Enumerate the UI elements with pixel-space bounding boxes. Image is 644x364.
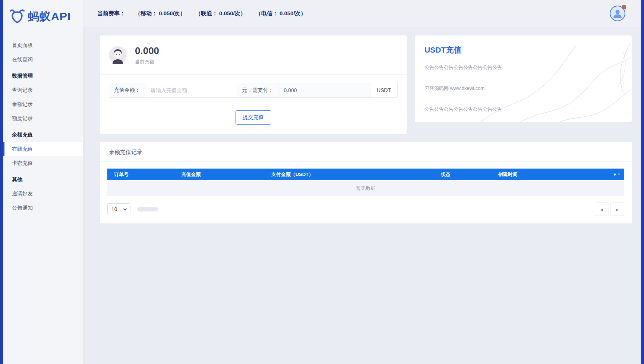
pay-label: 元，需支付： xyxy=(237,83,278,97)
brand-name: 蚂蚁API xyxy=(28,9,71,24)
rate-item-1: （联通： 0.050/次） xyxy=(195,10,246,17)
rate-info: 当前费率： （移动： 0.050/次）（联通： 0.050/次）（电信： 0.0… xyxy=(97,10,306,17)
sidebar-section-9: 其他 xyxy=(3,172,83,186)
notification-dot xyxy=(622,5,626,9)
prev-page-button[interactable]: « xyxy=(595,203,609,216)
table-header-row: 订单号充值金额支付金额（USDT）状态创建时间▼▲ xyxy=(107,169,624,180)
sidebar-item-7[interactable]: 在线充值 xyxy=(3,142,83,156)
notice-line: 刀客源码网 www.dkewl.com xyxy=(424,85,622,92)
triangle-up-icon: ▲ xyxy=(617,172,621,175)
sidebar-item-1[interactable]: 在线查询 xyxy=(3,52,83,66)
sidebar-item-0[interactable]: 首页面板 xyxy=(3,38,83,52)
sidebar-item-3[interactable]: 查询记录 xyxy=(3,83,83,97)
user-silhouette-icon xyxy=(612,8,623,19)
column-header-1: 充值金额 xyxy=(181,171,271,178)
rate-item-2: （电信： 0.050/次） xyxy=(256,10,306,17)
rate-label: 当前费率： xyxy=(97,10,125,17)
topbar: 当前费率： （移动： 0.050/次）（联通： 0.050/次）（电信： 0.0… xyxy=(83,0,641,27)
column-header-3: 状态 xyxy=(441,171,498,178)
usdt-notice-card: USDT充值 公告公告公告公告公告公告公告公告 刀客源码网 www.dkewl.… xyxy=(415,35,632,122)
balance-label: 当前余额 xyxy=(135,59,159,65)
balance-amount: 0.000 xyxy=(135,45,159,57)
notice-title: USDT充值 xyxy=(424,45,622,55)
triangle-down-icon: ▼ xyxy=(613,172,617,177)
sidebar-nav: 首页面板在线查询数据管理查询记录余额记录额度记录余额充值在线充值卡密充值其他邀请… xyxy=(3,33,83,215)
page-size-value: 10 xyxy=(111,206,117,212)
records-card: 余额充值记录 订单号充值金额支付金额（USDT）状态创建时间▼▲ 暂无数据 10… xyxy=(100,142,632,223)
recharge-form-row: 充值金额： 元，需支付： 0.000 USDT xyxy=(109,83,398,98)
column-header-4: 创建时间 xyxy=(498,171,613,178)
submit-row: 提交充值 xyxy=(100,110,407,125)
cartoon-avatar-icon xyxy=(109,46,127,64)
column-header-0: 订单号 xyxy=(107,171,181,178)
sort-filter-icon[interactable]: ▼▲ xyxy=(613,172,624,177)
submit-recharge-button[interactable]: 提交充值 xyxy=(236,110,271,125)
balance-card: 0.000 当前余额 充值金额： 元，需支付： 0.000 USDT 提交充值 xyxy=(100,35,407,134)
content-area: 0.000 当前余额 充值金额： 元，需支付： 0.000 USDT 提交充值 … xyxy=(83,27,641,364)
sidebar-section-2: 数据管理 xyxy=(3,69,83,83)
sidebar-item-4[interactable]: 余额记录 xyxy=(3,97,83,111)
pay-amount-value: 0.000 xyxy=(278,83,370,97)
page-size-select[interactable]: 10 xyxy=(107,203,130,215)
right-edge-strip xyxy=(641,0,644,364)
empty-data-row: 暂无数据 xyxy=(107,181,624,196)
records-table: 订单号充值金额支付金额（USDT）状态创建时间▼▲ 暂无数据 xyxy=(107,169,624,196)
ant-logo-icon xyxy=(9,8,25,25)
balance-header: 0.000 当前余额 xyxy=(100,35,407,75)
sidebar-item-8[interactable]: 卡密充值 xyxy=(3,156,83,170)
left-edge-strip xyxy=(0,0,3,364)
sidebar-item-11[interactable]: 公告通知 xyxy=(3,201,83,215)
sidebar-item-10[interactable]: 邀请好友 xyxy=(3,186,83,201)
records-title: 余额充值记录 xyxy=(100,142,632,162)
amount-label: 充值金额： xyxy=(109,83,145,97)
top-row: 0.000 当前余额 充值金额： 元，需支付： 0.000 USDT 提交充值 … xyxy=(100,35,632,134)
main-column: 当前费率： （移动： 0.050/次）（联通： 0.050/次）（电信： 0.0… xyxy=(83,0,641,364)
notice-line: 公告公告公告公告公告公告公告公告 xyxy=(424,106,622,113)
pager-buttons: « » xyxy=(595,203,624,216)
currency-label: USDT xyxy=(370,83,397,97)
brand-logo[interactable]: 蚂蚁API xyxy=(3,0,83,33)
next-page-button[interactable]: » xyxy=(610,203,624,216)
chevron-down-icon xyxy=(123,207,127,211)
record-count-placeholder xyxy=(137,207,158,211)
sidebar-item-5[interactable]: 额度记录 xyxy=(3,111,83,125)
notice-line: 公告公告公告公告公告公告公告公告 xyxy=(424,64,622,71)
sidebar: 蚂蚁API 首页面板在线查询数据管理查询记录余额记录额度记录余额充值在线充值卡密… xyxy=(3,0,83,364)
pagination-bar: 10 « » xyxy=(107,203,624,216)
recharge-amount-input[interactable] xyxy=(145,83,237,97)
profile-avatar xyxy=(109,46,127,64)
rate-item-0: （移动： 0.050/次） xyxy=(135,10,186,17)
user-avatar[interactable] xyxy=(610,6,625,21)
rate-items: （移动： 0.050/次）（联通： 0.050/次）（电信： 0.050/次） xyxy=(135,10,306,17)
column-header-2: 支付金额（USDT） xyxy=(271,171,441,178)
balance-info: 0.000 当前余额 xyxy=(135,45,159,65)
sidebar-section-6: 余额充值 xyxy=(3,128,83,142)
